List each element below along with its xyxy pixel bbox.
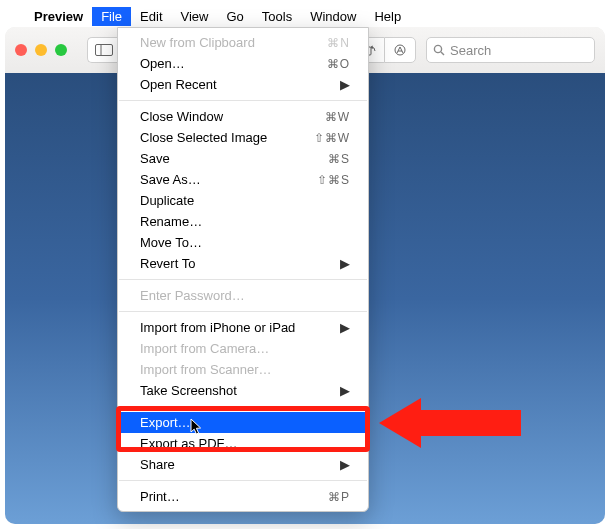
menu-item-label: Enter Password… — [140, 288, 245, 303]
macos-menubar: Preview File Edit View Go Tools Window H… — [5, 5, 605, 27]
menu-item-label: Open Recent — [140, 77, 217, 92]
menu-item-open[interactable]: Open…⌘O — [118, 53, 368, 74]
menu-item-take-screenshot[interactable]: Take Screenshot▶ — [118, 380, 368, 401]
menu-item-label: New from Clipboard — [140, 35, 255, 50]
arrow-shaft — [421, 410, 521, 436]
menu-item-move-to[interactable]: Move To… — [118, 232, 368, 253]
search-placeholder: Search — [450, 43, 491, 58]
menu-item-label: Import from iPhone or iPad — [140, 320, 295, 335]
menubar-edit[interactable]: Edit — [131, 7, 171, 26]
submenu-arrow-icon: ▶ — [340, 457, 350, 472]
menu-item-share[interactable]: Share▶ — [118, 454, 368, 475]
menu-item-shortcut: ⌘W — [325, 110, 350, 124]
menu-item-label: Print… — [140, 489, 180, 504]
mouse-cursor-icon — [190, 418, 204, 436]
menu-item-shortcut: ⌘N — [327, 36, 350, 50]
sidebar-icon — [95, 44, 113, 56]
menubar-view[interactable]: View — [172, 7, 218, 26]
menubar-go[interactable]: Go — [217, 7, 252, 26]
menu-item-duplicate[interactable]: Duplicate — [118, 190, 368, 211]
markup-button[interactable] — [384, 37, 416, 63]
menu-separator — [119, 279, 367, 280]
menu-item-revert-to[interactable]: Revert To▶ — [118, 253, 368, 274]
menu-item-print[interactable]: Print…⌘P — [118, 486, 368, 507]
menu-item-save[interactable]: Save⌘S — [118, 148, 368, 169]
menu-separator — [119, 100, 367, 101]
submenu-arrow-icon: ▶ — [340, 256, 350, 271]
menubar-file[interactable]: File — [92, 7, 131, 26]
svg-rect-0 — [96, 45, 113, 56]
menu-item-shortcut: ⇧⌘W — [314, 131, 350, 145]
menubar-tools[interactable]: Tools — [253, 7, 301, 26]
menu-item-export-as-pdf[interactable]: Export as PDF… — [118, 433, 368, 454]
submenu-arrow-icon: ▶ — [340, 383, 350, 398]
menu-separator — [119, 406, 367, 407]
menu-item-label: Close Window — [140, 109, 223, 124]
menu-item-shortcut: ⇧⌘S — [317, 173, 350, 187]
svg-point-14 — [434, 45, 441, 52]
menu-item-label: Export as PDF… — [140, 436, 238, 451]
menu-item-label: Close Selected Image — [140, 130, 267, 145]
arrow-head-icon — [379, 398, 421, 448]
menu-item-label: Open… — [140, 56, 185, 71]
menu-item-rename[interactable]: Rename… — [118, 211, 368, 232]
search-icon — [433, 44, 445, 56]
menu-item-shortcut: ⌘S — [328, 152, 350, 166]
file-menu-dropdown: New from Clipboard⌘NOpen…⌘OOpen Recent▶C… — [117, 27, 369, 512]
sidebar-toggle-button[interactable] — [87, 37, 120, 63]
menubar-app-name[interactable]: Preview — [25, 7, 92, 26]
menu-item-export[interactable]: Export… — [118, 412, 368, 433]
traffic-lights — [15, 44, 67, 56]
menu-item-new-from-clipboard: New from Clipboard⌘N — [118, 32, 368, 53]
markup-icon — [392, 43, 408, 57]
submenu-arrow-icon: ▶ — [340, 320, 350, 335]
menu-item-shortcut: ⌘O — [327, 57, 350, 71]
menu-item-label: Share — [140, 457, 175, 472]
svg-line-15 — [441, 52, 444, 55]
menu-item-open-recent[interactable]: Open Recent▶ — [118, 74, 368, 95]
menu-item-import-from-iphone-or-ipad[interactable]: Import from iPhone or iPad▶ — [118, 317, 368, 338]
menu-item-label: Move To… — [140, 235, 202, 250]
annotation-arrow — [379, 398, 521, 448]
search-field[interactable]: Search — [426, 37, 595, 63]
menu-separator — [119, 480, 367, 481]
menubar-window[interactable]: Window — [301, 7, 365, 26]
menu-item-enter-password: Enter Password… — [118, 285, 368, 306]
menu-item-label: Take Screenshot — [140, 383, 237, 398]
menu-item-label: Duplicate — [140, 193, 194, 208]
menu-item-save-as[interactable]: Save As…⇧⌘S — [118, 169, 368, 190]
menu-item-label: Rename… — [140, 214, 202, 229]
minimize-window-button[interactable] — [35, 44, 47, 56]
menu-item-label: Revert To — [140, 256, 195, 271]
menu-item-label: Save As… — [140, 172, 201, 187]
menu-item-label: Export… — [140, 415, 191, 430]
menu-item-import-from-scanner: Import from Scanner… — [118, 359, 368, 380]
menu-separator — [119, 311, 367, 312]
menu-item-import-from-camera: Import from Camera… — [118, 338, 368, 359]
menu-item-close-window[interactable]: Close Window⌘W — [118, 106, 368, 127]
menu-item-label: Import from Camera… — [140, 341, 269, 356]
zoom-window-button[interactable] — [55, 44, 67, 56]
menubar-help[interactable]: Help — [365, 7, 410, 26]
close-window-button[interactable] — [15, 44, 27, 56]
menu-item-label: Import from Scanner… — [140, 362, 272, 377]
menu-item-close-selected-image[interactable]: Close Selected Image⇧⌘W — [118, 127, 368, 148]
menu-item-shortcut: ⌘P — [328, 490, 350, 504]
submenu-arrow-icon: ▶ — [340, 77, 350, 92]
menu-item-label: Save — [140, 151, 170, 166]
